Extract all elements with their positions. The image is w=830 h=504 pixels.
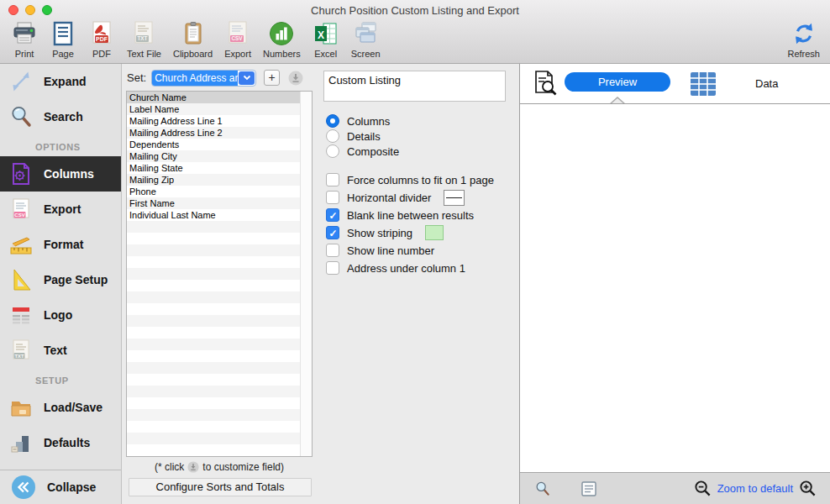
toolbar-button-text-file[interactable]: TXT Text File	[127, 19, 161, 59]
checkbox-row-horizontal-divider[interactable]: Horizontal divider	[326, 190, 465, 205]
svg-text:CSV: CSV	[231, 35, 243, 41]
sidebar-item-defaults[interactable]: Defaults	[0, 425, 121, 460]
radio-columns[interactable]	[326, 114, 339, 128]
field-list-item[interactable]: Mailing City	[127, 150, 300, 162]
toolbar-button-pdf[interactable]: PDF PDF	[88, 19, 115, 59]
toolbar-label: Screen	[351, 49, 381, 59]
field-list-item[interactable]: Individual Last Name	[127, 209, 300, 221]
sidebar-item-logo[interactable]: Logo	[0, 297, 121, 333]
expand-icon	[8, 68, 34, 95]
sidebar-item-label: Columns	[44, 167, 94, 181]
empty-row	[127, 339, 300, 350]
checkbox-blank-line[interactable]	[326, 208, 339, 222]
empty-row	[127, 444, 300, 456]
sidebar-item-expand[interactable]: Expand	[0, 64, 121, 99]
divider-style-swatch[interactable]	[444, 190, 465, 206]
toolbar-button-excel[interactable]: X Excel	[313, 19, 339, 59]
checkbox-row-address-under-column[interactable]: Address under column 1	[326, 260, 465, 276]
preview-bottom-toolbar: Zoom to default	[520, 472, 830, 504]
customize-hint: (* click to customize field)	[122, 461, 317, 473]
field-list-scrollbar[interactable]	[300, 92, 312, 456]
checkbox-row-blank-line[interactable]: Blank line between results	[326, 207, 474, 223]
field-list-item[interactable]: Mailing Address Line 2	[127, 127, 300, 139]
field-set-row: Set: Church Address and ... +	[127, 69, 303, 87]
radio-row-details[interactable]: Details	[326, 129, 381, 144]
sidebar-item-load-save[interactable]: Load/Save	[0, 390, 121, 425]
radio-details[interactable]	[326, 129, 339, 143]
toolbar-label: Clipboard	[173, 49, 213, 59]
sidebar-item-text[interactable]: TXT Text	[0, 333, 121, 368]
checkbox-label: Address under column 1	[347, 262, 465, 275]
toolbar-button-print[interactable]: Print	[11, 19, 38, 59]
field-list-item[interactable]: First Name	[127, 197, 300, 209]
field-list-item[interactable]: Mailing Zip	[127, 174, 300, 186]
customize-icon	[187, 461, 199, 473]
toolbar-button-screen[interactable]: Screen	[351, 19, 381, 59]
minimize-window-button[interactable]	[25, 5, 35, 15]
listing-name-input[interactable]: Custom Listing	[323, 71, 506, 102]
toolbar-button-page[interactable]: Page	[50, 19, 76, 59]
window-chrome: Church Position Custom Listing and Expor…	[0, 0, 830, 64]
field-list-item[interactable]: Phone	[127, 186, 300, 197]
configure-sorts-totals-button[interactable]: Configure Sorts and Totals	[129, 478, 312, 496]
checkbox-force-columns[interactable]	[326, 173, 339, 186]
preview-search-icon[interactable]	[533, 480, 552, 498]
field-rows: Church Name Label Name Mailing Address L…	[127, 92, 300, 456]
field-list-item[interactable]: Mailing Address Line 1	[127, 115, 300, 127]
striping-color-swatch[interactable]	[425, 225, 444, 240]
zoom-out-icon[interactable]	[694, 480, 712, 497]
field-list-item[interactable]: Mailing State	[127, 162, 300, 174]
search-icon	[8, 103, 34, 130]
preview-list-icon[interactable]	[580, 480, 597, 497]
fullscreen-window-button[interactable]	[42, 5, 52, 15]
toolbar-button-export[interactable]: CSV Export	[224, 19, 251, 59]
field-set-dropdown[interactable]: Church Address and ...	[151, 70, 256, 87]
toolbar-label: Export	[224, 49, 251, 59]
hint-prefix: (* click	[155, 461, 184, 473]
sidebar-item-search[interactable]: Search	[0, 99, 121, 134]
empty-row	[127, 386, 300, 397]
svg-text:PDF: PDF	[96, 36, 108, 42]
checkbox-show-striping[interactable]	[326, 226, 339, 239]
close-window-button[interactable]	[8, 5, 18, 15]
sidebar-item-collapse[interactable]: Collapse	[0, 470, 121, 504]
pdf-icon: PDF	[88, 19, 115, 48]
checkbox-show-line-number[interactable]	[326, 244, 339, 257]
sidebar-item-label: Defaults	[44, 436, 90, 449]
zoom-to-default-link[interactable]: Zoom to default	[717, 482, 793, 495]
collapse-icon	[10, 474, 37, 501]
checkbox-row-show-line-number[interactable]: Show line number	[326, 243, 434, 258]
sidebar-item-format[interactable]: Format	[0, 227, 121, 262]
refresh-icon	[791, 19, 817, 48]
sidebar-item-columns[interactable]: Columns	[0, 156, 121, 192]
toolbar-button-numbers[interactable]: Numbers	[263, 19, 301, 59]
customize-field-button[interactable]	[288, 71, 303, 86]
sidebar-item-page-setup[interactable]: Page Setup	[0, 262, 121, 297]
tab-data[interactable]: Data	[755, 77, 778, 90]
window-title: Church Position Custom Listing and Expor…	[67, 4, 763, 17]
empty-row	[127, 421, 300, 433]
field-list-item[interactable]: Church Name	[127, 92, 300, 103]
field-list-item[interactable]: Dependents	[127, 139, 300, 150]
radio-row-columns[interactable]: Columns	[326, 113, 390, 129]
checkbox-label: Show striping	[347, 227, 412, 239]
tab-preview[interactable]: Preview	[565, 72, 670, 92]
checkbox-row-force-columns[interactable]: Force columns to fit on 1 page	[326, 172, 494, 187]
sidebar-item-label: Search	[44, 110, 83, 123]
checkbox-row-show-striping[interactable]: Show striping	[326, 225, 444, 240]
sidebar-item-export[interactable]: CSV Export	[0, 192, 121, 227]
preview-document-icon	[529, 69, 559, 102]
add-set-button[interactable]: +	[264, 70, 280, 86]
checkbox-address-under-column[interactable]	[326, 261, 339, 275]
toolbar-button-refresh[interactable]: Refresh	[787, 19, 820, 59]
checkbox-horizontal-divider[interactable]	[326, 191, 339, 204]
empty-row	[127, 327, 300, 339]
radio-row-composite[interactable]: Composite	[326, 144, 399, 159]
hint-suffix: to customize field)	[202, 461, 284, 473]
toolbar-button-clipboard[interactable]: Clipboard	[173, 19, 213, 59]
radio-composite[interactable]	[326, 144, 339, 158]
sidebar-section-options: OPTIONS	[0, 134, 121, 156]
zoom-in-icon[interactable]	[799, 480, 817, 497]
field-list-item[interactable]: Label Name	[127, 103, 300, 115]
empty-row	[127, 362, 300, 374]
